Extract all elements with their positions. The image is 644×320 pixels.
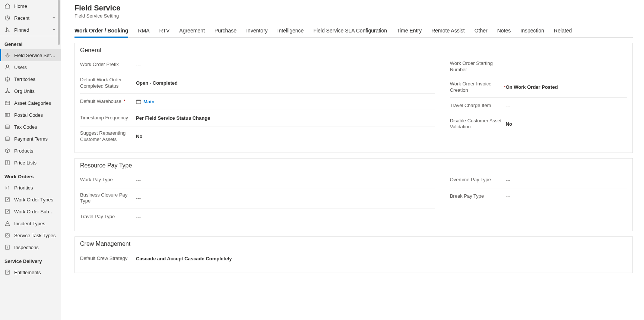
sidebar-scrollbar[interactable] xyxy=(58,0,60,45)
tab-intelligence[interactable]: Intelligence xyxy=(277,28,304,37)
field-row[interactable]: Travel Pay Type--- xyxy=(80,208,435,225)
field-value[interactable]: --- xyxy=(136,214,435,220)
gear-icon xyxy=(4,52,10,58)
sidebar-item-label: Products xyxy=(14,148,33,154)
field-row[interactable]: Default Crew StrategyCascade and Accept … xyxy=(80,250,453,267)
field-label: Disable Customer Asset Validation xyxy=(450,118,506,131)
section-crew: Crew ManagementDefault Crew StrategyCasc… xyxy=(74,236,633,273)
svg-rect-19 xyxy=(136,100,141,101)
field-row[interactable]: Default Warehouse*Main xyxy=(80,94,435,110)
tab-other[interactable]: Other xyxy=(475,28,488,37)
field-value[interactable]: --- xyxy=(136,177,435,183)
field-row[interactable]: Work Pay Type--- xyxy=(80,172,435,188)
section-title: Crew Management xyxy=(80,241,627,247)
sidebar-item-entitlements[interactable]: Entitlements xyxy=(0,266,61,278)
svg-point-2 xyxy=(6,65,9,67)
field-label: Business Closure Pay Type xyxy=(80,192,136,205)
svg-rect-14 xyxy=(6,233,9,237)
field-value[interactable]: Per Field Service Status Change xyxy=(136,115,435,121)
sidebar-item-work-order-subst[interactable]: Work Order Subst... xyxy=(0,206,61,217)
field-label: Default Work Order Completed Status xyxy=(80,77,136,90)
tax-icon xyxy=(4,124,10,130)
sidebar-item-products[interactable]: Products xyxy=(0,145,61,157)
field-row[interactable]: Work Order Prefix--- xyxy=(80,57,435,73)
servicetask-icon xyxy=(4,232,10,238)
field-label: Break Pay Type xyxy=(450,193,484,200)
section-general: GeneralWork Order Prefix---Default Work … xyxy=(74,43,633,153)
field-row[interactable]: Break Pay Type--- xyxy=(450,188,627,205)
sidebar-item-label: Home xyxy=(14,3,27,9)
sidebar-item-label: Postal Codes xyxy=(14,112,43,118)
tab-rtv[interactable]: RTV xyxy=(159,28,170,37)
sidebar-item-label: Inspections xyxy=(14,245,39,250)
sidebar-item-postal-codes[interactable]: Postal Codes xyxy=(0,109,61,121)
field-row[interactable]: Overtime Pay Type--- xyxy=(450,172,627,188)
sidebar-item-pinned[interactable]: Pinned xyxy=(0,24,61,36)
field-value[interactable]: Main xyxy=(136,99,435,105)
asset-icon xyxy=(4,100,10,106)
field-value[interactable]: --- xyxy=(136,195,435,201)
product-icon xyxy=(4,148,10,154)
field-value[interactable]: --- xyxy=(506,194,627,199)
tab-time-entry[interactable]: Time Entry xyxy=(397,28,422,37)
tab-notes[interactable]: Notes xyxy=(497,28,511,37)
field-value[interactable]: --- xyxy=(136,62,435,68)
sidebar-item-priorities[interactable]: Priorities xyxy=(0,182,61,194)
field-value[interactable]: --- xyxy=(506,64,627,69)
tab-work-order-booking[interactable]: Work Order / Booking xyxy=(74,28,128,37)
tab-related[interactable]: Related xyxy=(554,28,572,37)
sidebar-item-service-task-types[interactable]: Service Task Types xyxy=(0,229,61,241)
field-value[interactable]: Open - Completed xyxy=(136,80,435,86)
pricelist-icon xyxy=(4,160,10,166)
page-subtitle: Field Service Setting xyxy=(74,13,633,19)
field-value[interactable]: --- xyxy=(506,103,627,109)
sidebar-item-tax-codes[interactable]: Tax Codes xyxy=(0,121,61,133)
page-header: Field Service Field Service Setting xyxy=(74,4,633,19)
sidebar-item-org-units[interactable]: Org Units xyxy=(0,85,61,97)
field-value[interactable]: No xyxy=(136,134,435,139)
tab-agreement[interactable]: Agreement xyxy=(179,28,204,37)
sidebar-item-label: Priorities xyxy=(14,185,33,191)
required-indicator: * xyxy=(124,99,126,104)
sidebar-item-territories[interactable]: Territories xyxy=(0,73,61,85)
tab-remote-assist[interactable]: Remote Assist xyxy=(431,28,464,37)
sidebar-item-label: Pinned xyxy=(14,27,29,33)
sidebar-item-price-lists[interactable]: Price Lists xyxy=(0,157,61,169)
field-row[interactable]: Work Order Invoice Creation*On Work Orde… xyxy=(450,77,627,98)
field-row[interactable]: Business Closure Pay Type--- xyxy=(80,188,435,209)
svg-rect-8 xyxy=(5,113,10,116)
sidebar-item-field-service-setti[interactable]: Field Service Setti... xyxy=(0,49,61,61)
sidebar-item-home[interactable]: Home xyxy=(0,0,61,12)
tab-purchase[interactable]: Purchase xyxy=(215,28,237,37)
sidebar-item-users[interactable]: Users xyxy=(0,61,61,73)
sidebar-item-inspections[interactable]: Inspections xyxy=(0,241,61,253)
field-row[interactable]: Travel Charge Item--- xyxy=(450,98,627,114)
sidebar-item-label: Asset Categories xyxy=(14,100,51,106)
sidebar-group-title: Work Orders xyxy=(0,169,61,182)
field-row[interactable]: Work Order Starting Number--- xyxy=(450,57,627,77)
sidebar-item-payment-terms[interactable]: Payment Terms xyxy=(0,133,61,145)
tab-inventory[interactable]: Inventory xyxy=(246,28,268,37)
field-value[interactable]: On Work Order Posted xyxy=(506,84,627,90)
tab-inspection[interactable]: Inspection xyxy=(520,28,544,37)
sidebar: Home Recent Pinned General Field Service… xyxy=(0,0,61,320)
field-row[interactable]: Suggest Reparenting Customer AssetsNo xyxy=(80,126,435,147)
section-resourcepay: Resource Pay TypeWork Pay Type---Busines… xyxy=(74,158,633,232)
sidebar-item-work-order-types[interactable]: Work Order Types xyxy=(0,194,61,206)
tab-field-service-sla-configuration[interactable]: Field Service SLA Configuration xyxy=(313,28,387,37)
sidebar-item-incident-types[interactable]: Incident Types xyxy=(0,217,61,229)
field-row[interactable]: Default Work Order Completed StatusOpen … xyxy=(80,73,435,94)
chevron-down-icon xyxy=(52,16,56,20)
sidebar-item-recent[interactable]: Recent xyxy=(0,12,61,24)
field-row[interactable]: Disable Customer Asset ValidationNo xyxy=(450,114,627,134)
inspection-icon xyxy=(4,244,10,250)
field-value[interactable]: Cascade and Accept Cascade Completely xyxy=(136,256,453,261)
tab-rma[interactable]: RMA xyxy=(138,28,149,37)
sidebar-item-label: Service Task Types xyxy=(14,233,56,238)
field-value[interactable]: No xyxy=(506,121,627,127)
sidebar-item-asset-categories[interactable]: Asset Categories xyxy=(0,97,61,109)
field-row[interactable]: Timestamp FrequencyPer Field Service Sta… xyxy=(80,110,435,126)
incident-icon xyxy=(4,220,10,226)
svg-point-1 xyxy=(7,54,8,56)
field-value[interactable]: --- xyxy=(506,177,627,183)
